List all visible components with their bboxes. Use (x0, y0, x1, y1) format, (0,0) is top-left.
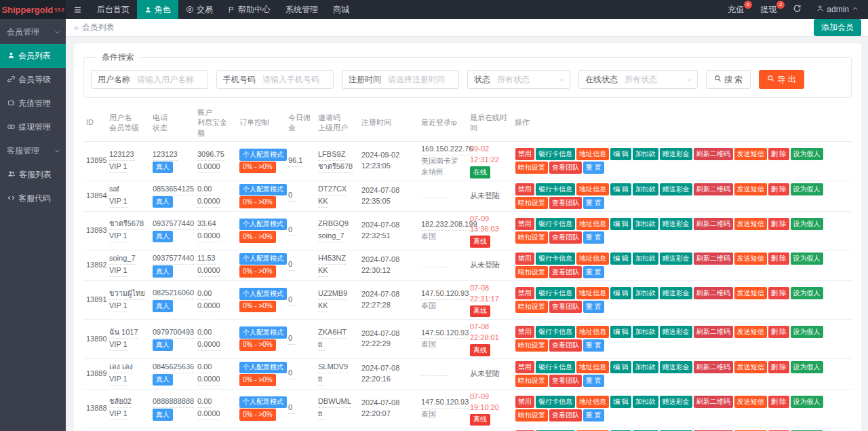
real-person-badge[interactable]: 真人 (153, 339, 173, 352)
order-mode-badge[interactable]: 个人配置模式 (239, 253, 287, 265)
parent-user[interactable]: tt (318, 374, 325, 386)
sidebar-group-member-management[interactable]: 会员管理 (0, 20, 66, 44)
row-action-button[interactable]: 查看团队 (549, 339, 582, 352)
sidebar-item-withdraw-management[interactable]: 提现管理 (0, 115, 66, 139)
row-action-button[interactable]: 加扣款 (633, 396, 658, 408)
row-action-button[interactable]: 重 置 (583, 266, 604, 278)
today-commission[interactable]: 0 (288, 402, 295, 414)
parent-user[interactable]: tt (318, 339, 325, 351)
real-person-badge[interactable]: 真人 (153, 265, 173, 278)
row-action-button[interactable]: 发送短信 (734, 396, 767, 408)
row-action-button[interactable]: 赠送彩金 (660, 396, 692, 408)
row-action-button[interactable]: 设为假人 (791, 252, 823, 265)
row-action-button[interactable]: 编 辑 (610, 287, 631, 299)
today-commission[interactable]: 96.1 (288, 155, 302, 167)
member-level[interactable]: VIP 1 (109, 339, 127, 351)
parent-user[interactable]: KK (318, 196, 328, 208)
order-mode-badge[interactable]: 个人配置模式 (239, 362, 287, 374)
row-action-button[interactable]: 加扣款 (633, 148, 658, 160)
row-action-button[interactable]: 暗扣设置 (515, 231, 548, 244)
nav-item-system[interactable]: 系统管理 (278, 0, 326, 19)
order-range-badge[interactable]: 0% - >0% (239, 409, 276, 421)
row-action-button[interactable]: 删 除 (768, 148, 789, 160)
member-name[interactable]: ขวามผู้ไทย (109, 288, 145, 300)
row-action-button[interactable]: 删 除 (768, 218, 789, 230)
row-action-button[interactable]: 银行卡信息 (536, 396, 575, 408)
member-phone[interactable]: 0979700493 (153, 327, 194, 339)
invite-code[interactable]: ZKA6HT (318, 327, 347, 339)
member-balance[interactable]: 0.00 (197, 184, 212, 195)
member-name[interactable]: ชาตรี5678 (109, 219, 144, 230)
last-login-ip[interactable] (421, 375, 448, 376)
row-action-button[interactable]: 查看团队 (549, 231, 582, 244)
member-interest[interactable]: 0.0000 (197, 196, 220, 208)
row-action-button[interactable]: 编 辑 (610, 361, 631, 373)
today-commission[interactable]: 0 (288, 333, 295, 345)
row-action-button[interactable]: 银行卡信息 (536, 361, 575, 373)
real-person-badge[interactable]: 真人 (153, 162, 173, 174)
sidebar-item-member-level[interactable]: 会员等级 (0, 68, 66, 92)
row-action-button[interactable]: 地址信息 (576, 148, 609, 160)
row-action-button[interactable]: 银行卡信息 (536, 183, 575, 195)
row-action-button[interactable]: 设为假人 (791, 361, 823, 373)
real-person-badge[interactable]: 真人 (153, 374, 173, 386)
row-action-button[interactable]: 重 置 (583, 231, 604, 244)
member-name[interactable]: 123123 (109, 149, 134, 161)
row-action-button[interactable]: 删 除 (768, 361, 789, 373)
row-action-button[interactable]: 加扣款 (633, 183, 658, 195)
invite-code[interactable]: SLMDV9 (318, 362, 348, 373)
today-commission[interactable]: 0 (288, 295, 295, 306)
row-action-button[interactable]: 加扣款 (633, 218, 658, 230)
menu-toggle-button[interactable] (66, 0, 90, 19)
row-action-button[interactable]: 查看团队 (549, 409, 582, 421)
row-action-button[interactable]: 编 辑 (610, 252, 631, 265)
row-action-button[interactable]: 查看团队 (549, 266, 582, 278)
real-person-badge[interactable]: 真人 (153, 409, 173, 421)
row-action-button[interactable]: 发送短信 (734, 252, 767, 265)
order-mode-badge[interactable]: 个人配置模式 (239, 149, 287, 161)
row-action-button[interactable]: 刷新二维码 (694, 148, 733, 160)
invite-code[interactable]: UZ2MB9 (318, 288, 347, 300)
real-person-badge[interactable]: 真人 (153, 300, 173, 312)
row-action-button[interactable]: 暗扣设置 (515, 409, 548, 421)
row-action-button[interactable]: 禁用 (515, 361, 534, 373)
last-login-ip[interactable] (421, 198, 448, 198)
parent-user[interactable]: KK (318, 265, 328, 277)
search-button[interactable]: 搜 索 (706, 70, 751, 89)
row-action-button[interactable]: 暗扣设置 (515, 375, 548, 387)
member-phone[interactable]: 0888888888 (153, 396, 194, 408)
member-name[interactable]: ชลัย02 (109, 396, 132, 408)
real-person-badge[interactable]: 真人 (153, 196, 173, 208)
withdraw-link[interactable]: 提现 2 (752, 0, 785, 19)
member-phone[interactable]: 0825216060 (153, 288, 194, 299)
username-input[interactable] (132, 75, 208, 84)
row-action-button[interactable]: 设为假人 (791, 396, 823, 408)
member-level[interactable]: VIP 1 (109, 409, 127, 420)
refresh-button[interactable] (785, 0, 810, 19)
order-range-badge[interactable]: 0% - >0% (239, 196, 276, 208)
row-action-button[interactable]: 银行卡信息 (536, 287, 575, 299)
last-login-ip[interactable]: 147.50.120.93 (421, 288, 469, 300)
member-name[interactable]: ฉัน 1017 (109, 327, 138, 339)
row-action-button[interactable]: 禁用 (515, 396, 534, 408)
member-phone[interactable]: 0937577440 (153, 219, 194, 230)
row-action-button[interactable]: 地址信息 (576, 326, 609, 338)
nav-item-roles[interactable]: 角色 (137, 0, 178, 19)
row-action-button[interactable]: 赠送彩金 (660, 361, 692, 373)
row-action-button[interactable]: 银行卡信息 (536, 252, 575, 265)
invite-code[interactable]: H453NZ (318, 253, 346, 265)
row-action-button[interactable]: 禁用 (515, 148, 534, 160)
nav-item-help-center[interactable]: 帮助中心 (220, 0, 278, 19)
row-action-button[interactable]: 暗扣设置 (515, 301, 548, 313)
row-action-button[interactable]: 删 除 (768, 326, 789, 338)
regtime-input[interactable] (382, 75, 458, 84)
row-action-button[interactable]: 编 辑 (610, 183, 631, 195)
member-balance[interactable]: 11.53 (197, 253, 216, 265)
row-action-button[interactable]: 设为假人 (791, 183, 823, 195)
row-action-button[interactable]: 查看团队 (549, 375, 582, 387)
order-range-badge[interactable]: 0% - >0% (239, 374, 276, 386)
member-interest[interactable]: 0.0000 (197, 162, 220, 173)
order-range-badge[interactable]: 0% - >0% (239, 339, 276, 352)
row-action-button[interactable]: 重 置 (583, 409, 604, 421)
member-interest[interactable]: 0.0000 (197, 265, 220, 277)
